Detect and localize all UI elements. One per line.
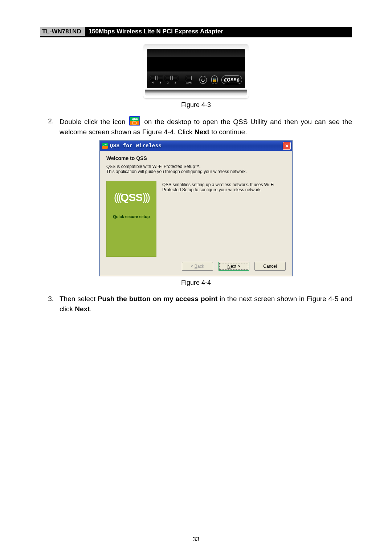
lan-port-3: 3 [158, 76, 164, 84]
router-figure: 4 3 2 1 WAN ⏻ 🔒 (((QSS))) [143, 44, 249, 98]
model-code: TL-WN781ND [40, 27, 85, 36]
figure-4-3-caption: Figure 4-3 [40, 101, 352, 109]
step-3: 3. Then select Push the button on my acc… [40, 294, 352, 314]
dialog-line-2: This application will guide you through … [106, 169, 286, 174]
back-button[interactable]: < Back [182, 262, 213, 271]
lock-icon: 🔒 [211, 75, 218, 84]
step-3-bold-push: Push the button on my access point [98, 295, 217, 303]
dialog-heading: Welcome to QSS [106, 155, 286, 161]
dialog-left-panel: (((QSS))) Quick secure setup [106, 181, 156, 257]
next-button[interactable]: Next > [218, 262, 249, 271]
dialog-title-text: QSS for Wireless [110, 143, 162, 149]
lan-port-4: 4 [150, 76, 156, 84]
step-3-text-c: . [90, 305, 91, 313]
power-icon: ⏻ [199, 76, 207, 84]
doc-header: TL-WN781ND 150Mbps Wireless Lite N PCI E… [40, 27, 352, 36]
qss-dialog: QSS for Wireless ✕ Welcome to QSS QSS is… [99, 140, 293, 276]
step-2-bold-next: Next [195, 128, 209, 136]
qss-button-icon: (((QSS))) [221, 75, 242, 84]
close-icon[interactable]: ✕ [283, 142, 291, 150]
quick-secure-setup-label: Quick secure setup [107, 214, 156, 219]
wan-port: WAN [185, 76, 192, 84]
step-3-bold-next: Next [75, 305, 90, 313]
step-2-text-c: to continue. [211, 128, 247, 136]
header-rule [40, 36, 352, 37]
lan-port-2: 2 [165, 76, 171, 84]
figure-4-4-caption: Figure 4-4 [40, 279, 352, 287]
dialog-button-row: < Back Next > Cancel [100, 258, 292, 276]
step-2: 2. Double click the icon on the desktop … [40, 116, 352, 137]
qss-logo-icon: (((QSS))) [107, 191, 156, 204]
lan-port-1: 1 [172, 76, 179, 84]
dialog-line-1: QSS is compatible with Wi-Fi Protected S… [106, 164, 286, 169]
step-3-number: 3. [40, 294, 60, 314]
step-2-text-a: Double click the icon [60, 118, 128, 126]
qss-desktop-icon [129, 116, 140, 126]
step-2-number: 2. [40, 116, 60, 137]
step-3-text-a: Then select [60, 295, 98, 303]
page-number: 33 [0, 536, 392, 543]
dialog-title-icon [102, 143, 108, 149]
cancel-button[interactable]: Cancel [254, 262, 286, 271]
dialog-description: QSS simplifies setting up a wireless net… [162, 181, 286, 257]
product-name: 150Mbps Wireless Lite N PCI Express Adap… [85, 27, 352, 36]
dialog-titlebar: QSS for Wireless ✕ [100, 141, 292, 151]
